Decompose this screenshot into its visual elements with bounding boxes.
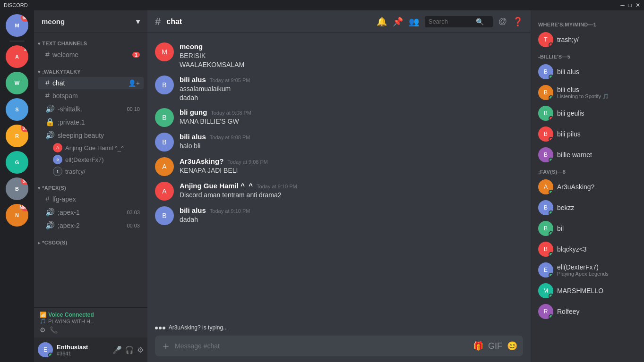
member-item[interactable]: Bblqckyz<3 (534, 239, 640, 260)
sub-channel-trash[interactable]: t trash;y/ (38, 166, 144, 177)
member-avatar: B (538, 242, 553, 257)
server-icon-s7[interactable]: B38 (6, 177, 28, 200)
member-info: bekzz (557, 204, 636, 211)
message-avatar[interactable]: B (155, 108, 174, 127)
message-avatar[interactable]: B (155, 133, 174, 152)
emoji-icon[interactable]: 😊 (507, 341, 517, 351)
message-input[interactable] (175, 342, 469, 350)
hash-icon: # (45, 92, 50, 100)
channel-sleeping-beauty[interactable]: 🔊 sleeping beauty (38, 129, 144, 142)
server-icon-s3[interactable]: W (6, 72, 28, 94)
member-item[interactable]: Bbekzz (534, 197, 640, 218)
server-icon-s4[interactable]: S (6, 98, 28, 121)
member-item[interactable]: Eell(DexterFx7)Playing Apex Legends (534, 260, 640, 280)
channel-nums: 0303 (127, 210, 140, 215)
lock-icon: 🔒 (45, 118, 55, 126)
bell-icon[interactable]: 🔔 (377, 17, 387, 27)
channel-add-user-icon[interactable]: 👤+ (128, 79, 140, 87)
channel-botspam[interactable]: # botspam (38, 90, 144, 102)
settings-icon[interactable]: ⚙ (137, 345, 144, 354)
channel-chat[interactable]: # chat 👤+ (38, 77, 144, 89)
channel-welcome[interactable]: # welcome 1 (38, 49, 144, 61)
category-apex[interactable]: ▾ *APEX(S) (34, 177, 147, 193)
settings-icon[interactable]: ⚙ (40, 326, 46, 334)
message-author[interactable]: Ar3uAsking? (180, 157, 223, 165)
member-item[interactable]: Bbili geulis (534, 103, 640, 124)
message-author[interactable]: bli gung (180, 108, 207, 116)
minimize-btn[interactable]: ─ (620, 2, 625, 8)
member-activity: Listening to Spotify 🎵 (557, 93, 636, 100)
channel-lfg-apex[interactable]: # lfg-apex (38, 193, 144, 205)
server-icon-s1[interactable]: M68 (6, 14, 28, 37)
member-item[interactable]: Bbili alus (534, 61, 640, 82)
message-avatar[interactable]: A (155, 157, 174, 176)
member-item[interactable]: RRolfeey (534, 301, 640, 322)
member-avatar: M (538, 283, 553, 298)
message-avatar[interactable]: M (155, 42, 174, 61)
help-icon[interactable]: ❓ (513, 17, 523, 27)
message-author[interactable]: bili alus (180, 206, 206, 214)
server-icon-s6[interactable]: G (6, 151, 28, 174)
microphone-icon[interactable]: 🎤 (112, 345, 122, 354)
member-avatar: A (538, 179, 553, 194)
server-icon-s2[interactable]: A1 (6, 45, 28, 68)
message-content: bili alusToday at 9:08 PMhalo bli (180, 133, 523, 152)
close-btn[interactable]: ✕ (635, 2, 640, 8)
headset-icon[interactable]: 🎧 (125, 345, 134, 354)
message-avatar[interactable]: B (155, 76, 174, 94)
member-item[interactable]: Bbili pilus (534, 124, 640, 144)
channel-private[interactable]: 🔒 ;private.1 (38, 116, 144, 128)
message-author[interactable]: bili alus (180, 133, 206, 141)
member-item[interactable]: Bbillie warnet (534, 144, 640, 165)
member-name: blqckyz<3 (557, 245, 636, 253)
add-attachment-btn[interactable]: ＋ (161, 339, 171, 353)
sub-channel-anjing[interactable]: A Anjing Gue Hamil ^_^ (38, 142, 144, 153)
channel-nums: 0003 (127, 223, 140, 228)
channel-apex-1[interactable]: 🔊 ;apex-1 0303 (38, 206, 144, 219)
member-info: bili pilus (557, 130, 636, 138)
server-icon-s8[interactable]: NNEW (6, 204, 28, 227)
members-icon[interactable]: 👥 (409, 17, 419, 27)
member-avatar: B (538, 126, 553, 142)
speaker-icon: 🔊 (45, 221, 55, 230)
gif-icon[interactable]: GIF (488, 341, 502, 351)
member-info: bili elusListening to Spotify 🎵 (557, 86, 636, 100)
phone-icon[interactable]: 📞 (50, 326, 58, 334)
gift-icon[interactable]: 🎁 (473, 341, 483, 351)
category-csgo[interactable]: ▸ *CSGO(S) (34, 232, 147, 247)
category-arrow: ▾ (38, 41, 40, 46)
member-item[interactable]: Bbili elusListening to Spotify 🎵 (534, 82, 640, 103)
user-avatar: E (38, 342, 53, 357)
message-content: Ar3uAsking?Today at 9:08 PMKENAPA JADI B… (180, 157, 523, 176)
sub-channel-ell[interactable]: e ell(DexterFx7) (38, 154, 144, 165)
member-item[interactable]: AAr3uAsking? (534, 177, 640, 197)
at-icon[interactable]: @ (498, 17, 507, 26)
member-item[interactable]: Ttrash;y/ (534, 29, 640, 50)
member-avatar: B (538, 147, 553, 162)
member-info: blqckyz<3 (557, 245, 636, 253)
message-avatar[interactable]: B (155, 206, 174, 225)
maximize-btn[interactable]: □ (628, 2, 632, 8)
server-header[interactable]: meong ▾ (34, 10, 147, 33)
message-author[interactable]: Anjing Gue Hamil ^_^ (180, 182, 253, 190)
server-icon-s5[interactable]: R99 (6, 125, 28, 147)
member-name: trash;y/ (557, 36, 636, 43)
channel-shittalk[interactable]: 🔊 -shittalk. 0010 (38, 102, 144, 115)
member-item[interactable]: Bbil (534, 218, 640, 239)
search-input[interactable] (429, 18, 476, 25)
status-dot (549, 116, 553, 121)
category-label: ;WALKYTALKY (42, 69, 81, 75)
member-item[interactable]: MMARSHMELLO (534, 280, 640, 301)
member-avatar: T (538, 32, 553, 47)
pin-icon[interactable]: 📌 (393, 17, 403, 27)
category-text-channels[interactable]: ▾ TEXT CHANNELS (34, 33, 147, 48)
category-walkytalky[interactable]: ▾ ;WALKYTALKY (34, 61, 147, 76)
search-bar[interactable]: 🔍 (425, 16, 493, 27)
message-author[interactable]: bili alus (180, 76, 206, 84)
message-avatar[interactable]: A (155, 182, 174, 201)
channel-apex-2[interactable]: 🔊 ;apex-2 0003 (38, 219, 144, 232)
message-author[interactable]: meong (180, 42, 203, 51)
message-text: dadah (180, 215, 523, 224)
message-time: Today at 9:08 PM (211, 110, 251, 116)
members-sidebar: WHERE'S;MY/MIND—1Ttrash;y/-BILLIE'S—5Bbi… (531, 10, 644, 362)
